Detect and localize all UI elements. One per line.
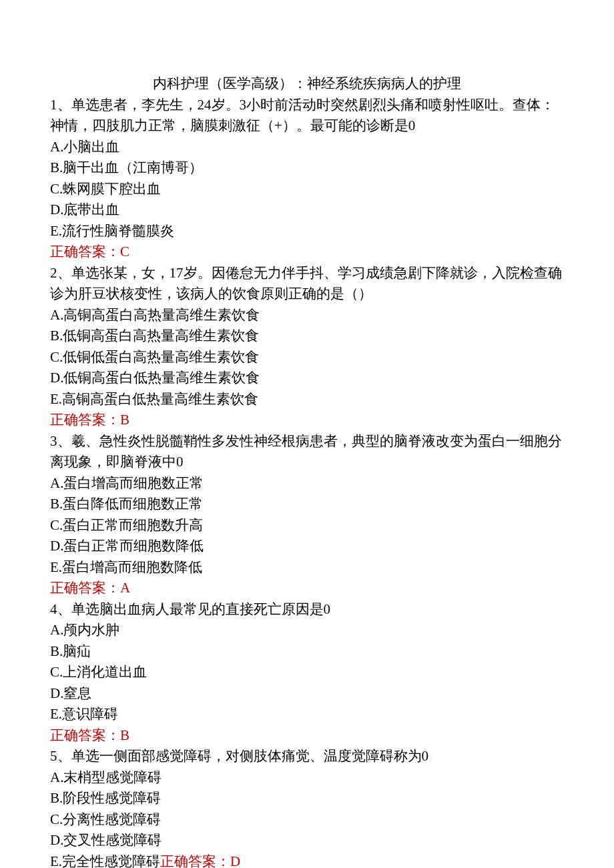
question-option: A.末梢型感觉障碍 xyxy=(50,767,564,789)
question-option: B.脑干出血（江南博哥） xyxy=(50,157,564,179)
question-stem: 2、单选张某，女，17岁。因倦怠无力伴手抖、学习成绩急剧下降就诊，入院检查确诊为… xyxy=(50,263,564,305)
question-stem: 5、单选一侧面部感觉障碍，对侧肢体痛觉、温度觉障碍称为0 xyxy=(50,746,564,767)
question-option: B.脑疝 xyxy=(50,641,564,663)
question-option: E.意识障碍 xyxy=(50,704,564,725)
question-option: D.低铜高蛋白低热量高维生素饮食 xyxy=(50,368,564,389)
question-option: E.蛋白增高而细胞数降低 xyxy=(50,557,564,578)
answer-label: 正确答案：B xyxy=(50,410,564,431)
question-option: C.分离性感觉障碍 xyxy=(50,809,564,831)
answer-label: 正确答案：A xyxy=(50,578,564,599)
question-option: D.底带出血 xyxy=(50,199,564,221)
question-option: D.蛋白正常而细胞数降低 xyxy=(50,536,564,557)
answer-label: 正确答案：B xyxy=(50,725,564,747)
question-option: C.蛋白正常而细胞数升高 xyxy=(50,515,564,536)
question-option-with-answer: E.完全性感觉障碍正确答案：D xyxy=(50,851,564,869)
question-option: E.高铜高蛋白低热量高维生素饮食 xyxy=(50,389,564,410)
question-stem: 4、单选脑出血病人最常见的直接死亡原因是0 xyxy=(50,599,564,620)
question-option: A.小脑出血 xyxy=(50,137,564,158)
answer-label: 正确答案：C xyxy=(50,242,564,263)
question-option: D.窒息 xyxy=(50,683,564,705)
question-option: D.交叉性感觉障碍 xyxy=(50,830,564,851)
question-option: B.蛋白降低而细胞数正常 xyxy=(50,494,564,515)
question-stem: 3、羲、急性炎性脱髓鞘性多发性神经根病患者，典型的脑脊液改变为蛋白一细胞分离现象… xyxy=(50,431,564,473)
question-option: B.阶段性感觉障碍 xyxy=(50,788,564,809)
question-option: A.颅内水肿 xyxy=(50,620,564,641)
question-option: A.蛋白增高而细胞数正常 xyxy=(50,473,564,494)
question-option: C.低铜低蛋白高热量高维生素饮食 xyxy=(50,347,564,368)
question-option: A.高铜高蛋白高热量高维生素饮食 xyxy=(50,305,564,326)
question-option: E.完全性感觉障碍 xyxy=(50,853,160,869)
question-option: E.流行性脑脊髓膜炎 xyxy=(50,221,564,242)
question-option: B.低铜高蛋白高热量高维生素饮食 xyxy=(50,326,564,347)
question-stem: 1、单选患者，李先生，24岁。3小时前活动时突然剧烈头痛和喷射性呕吐。查体：神情… xyxy=(50,95,564,137)
page-title: 内科护理（医学高级）：神经系统疾病病人的护理 xyxy=(50,73,564,95)
answer-label: 正确答案：D xyxy=(160,853,240,869)
question-option: C.上消化道出血 xyxy=(50,662,564,683)
question-option: C.蛛网膜下腔出血 xyxy=(50,179,564,200)
